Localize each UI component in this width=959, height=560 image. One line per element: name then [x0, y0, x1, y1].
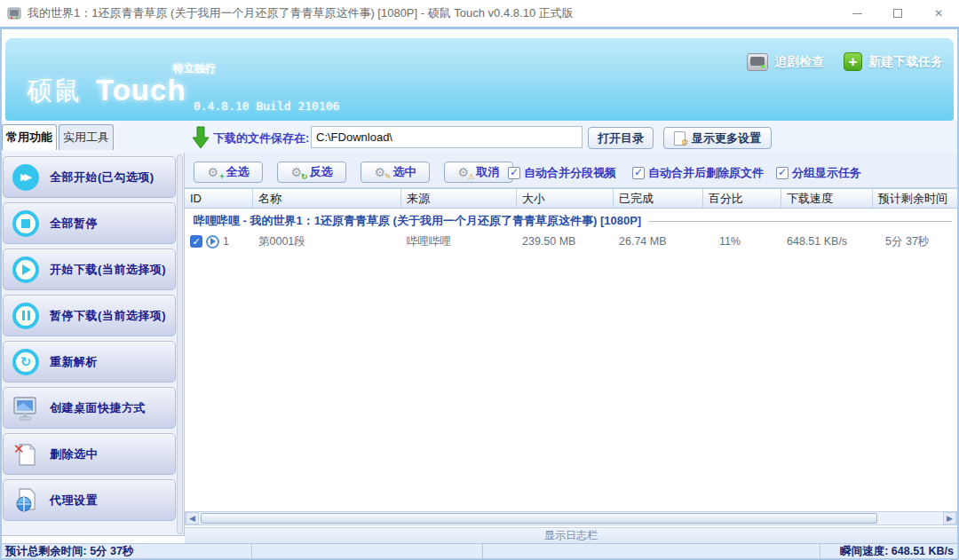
- auto-merge-checkbox[interactable]: 自动合并分段视频: [508, 165, 616, 181]
- select-all-button[interactable]: ⚙+ 全选: [194, 162, 263, 183]
- sidebar-item-delete-selected[interactable]: ✕ 删除选中: [3, 433, 176, 475]
- monitor-icon: [747, 53, 768, 71]
- save-path-label: 下载的文件保存在:: [213, 130, 309, 146]
- tab-common-functions[interactable]: 常用功能: [2, 124, 57, 150]
- more-settings-label: 显示更多设置: [692, 130, 761, 146]
- row-completed: 26.74 MB: [614, 235, 703, 248]
- titlebar: 我的世界1：1还原青青草原 (关于我用一个月还原了青青草原这件事) [1080P…: [0, 0, 959, 27]
- open-directory-button[interactable]: 打开目录: [588, 127, 654, 149]
- row-play-icon[interactable]: [206, 235, 219, 248]
- cancel-selection-label: 取消: [477, 164, 500, 180]
- group-divider-line: [648, 221, 952, 222]
- download-arrow-icon: [192, 126, 210, 149]
- scrollbar-thumb[interactable]: [201, 513, 877, 524]
- gear-warning-icon: ⚙⚠: [458, 165, 472, 179]
- series-check-label: 追剧检查: [774, 54, 824, 70]
- sidebar-item-label: 删除选中: [50, 446, 98, 462]
- horizontal-scrollbar[interactable]: ◀ ▶: [185, 511, 957, 525]
- banner-actions: 追剧检查 + 新建下载任务: [747, 52, 943, 71]
- column-header-remaining[interactable]: 预计剩余时间: [873, 189, 957, 208]
- cancel-selection-button[interactable]: ⚙⚠ 取消: [444, 162, 513, 183]
- status-segment-3: [483, 544, 820, 558]
- group-display-label: 分组显示任务: [792, 165, 861, 181]
- status-instant-speed: 瞬间速度: 648.51 KB/s: [820, 544, 957, 558]
- settings-doc-icon: [674, 131, 687, 145]
- maximize-button[interactable]: [877, 0, 918, 27]
- maximize-icon: [893, 9, 902, 18]
- status-segment-2: [252, 544, 483, 558]
- column-header-speed[interactable]: 下载速度: [781, 189, 873, 208]
- sidebar-item-label: 代理设置: [50, 493, 98, 509]
- window-controls: ✕: [836, 0, 959, 27]
- minimize-icon: [852, 13, 862, 14]
- column-header-percent[interactable]: 百分比: [703, 189, 781, 208]
- sidebar-scrollbar[interactable]: [177, 154, 183, 534]
- plus-icon: +: [844, 52, 862, 71]
- window-title: 我的世界1：1还原青青草原 (关于我用一个月还原了青青草原这件事) [1080P…: [28, 5, 574, 21]
- series-check-button[interactable]: 追剧检查: [747, 53, 824, 71]
- pause-icon: [12, 303, 39, 329]
- invert-selection-label: 反选: [310, 164, 333, 180]
- minimize-button[interactable]: [836, 0, 877, 27]
- auto-merge-label: 自动合并分段视频: [524, 165, 616, 181]
- column-header-completed[interactable]: 已完成: [614, 189, 703, 208]
- gear-pencil-icon: ⚙✎: [375, 165, 389, 179]
- scroll-right-icon[interactable]: ▶: [943, 512, 956, 525]
- column-header-id[interactable]: ID: [185, 189, 253, 208]
- tab-utility-tools[interactable]: 实用工具: [59, 124, 114, 150]
- checkbox-icon: [632, 167, 645, 179]
- invert-selection-button[interactable]: ⚙↻ 反选: [277, 162, 346, 183]
- stop-icon: [12, 210, 39, 237]
- row-remaining: 5分 37秒: [873, 234, 957, 249]
- sidebar-item-create-shortcut[interactable]: 创建桌面快捷方式: [3, 387, 176, 429]
- row-id: 1: [223, 235, 229, 248]
- version-text: 0.4.8.10 Build 210106: [194, 99, 339, 113]
- close-button[interactable]: ✕: [918, 0, 959, 27]
- row-percent: 11%: [703, 235, 781, 248]
- gear-invert-icon: ⚙↻: [291, 165, 305, 179]
- sidebar-item-start-all[interactable]: ▶▶ 全部开始(已勾选项): [3, 156, 176, 198]
- gear-plus-icon: ⚙+: [208, 165, 222, 179]
- desktop-icon: [12, 395, 39, 422]
- sidebar-item-label: 开始下载(当前选择项): [50, 262, 166, 278]
- delete-after-merge-checkbox[interactable]: 自动合并后删除原文件: [632, 165, 764, 181]
- delete-doc-icon: ✕: [12, 441, 39, 468]
- app-icon: [7, 6, 21, 20]
- fast-forward-icon: ▶▶: [12, 164, 39, 191]
- row-id-cell: ✓ 1: [185, 235, 253, 248]
- scroll-left-icon[interactable]: ◀: [186, 512, 199, 525]
- select-checked-label: 选中: [393, 164, 416, 180]
- task-group-row[interactable]: 哔哩哔哩 - 我的世界1：1还原青青草原 (关于我用一个月还原了青青草原这件事)…: [185, 213, 955, 229]
- group-display-checkbox[interactable]: 分组显示任务: [776, 165, 861, 181]
- sidebar-item-start-selected[interactable]: 开始下载(当前选择项): [3, 248, 176, 290]
- select-all-label: 全选: [226, 164, 250, 180]
- new-download-task-button[interactable]: + 新建下载任务: [844, 52, 943, 71]
- more-settings-button[interactable]: 显示更多设置: [663, 127, 772, 149]
- row-checkbox[interactable]: ✓: [190, 235, 202, 248]
- sidebar-item-pause-selected[interactable]: 暂停下载(当前选择项): [3, 295, 176, 336]
- sidebar-item-pause-all[interactable]: 全部暂停: [3, 202, 176, 244]
- show-log-bar-button[interactable]: 显示日志栏: [185, 527, 957, 543]
- delete-after-merge-label: 自动合并后删除原文件: [648, 165, 764, 181]
- sidebar-item-label: 创建桌面快捷方式: [50, 400, 146, 416]
- table-row[interactable]: ✓ 1 第0001段 哔哩哔哩 239.50 MB 26.74 MB 11% 6…: [185, 231, 957, 252]
- sidebar-item-proxy-settings[interactable]: 代理设置: [3, 479, 176, 521]
- select-checked-button[interactable]: ⚙✎ 选中: [361, 162, 430, 183]
- sidebar-item-label: 全部开始(已勾选项): [50, 170, 155, 185]
- sidebar-item-label: 暂停下载(当前选择项): [50, 308, 166, 324]
- column-header-source[interactable]: 来源: [401, 189, 517, 208]
- column-header-size[interactable]: 大小: [517, 189, 614, 208]
- status-bar: 预计总剩余时间: 5分 37秒 瞬间速度: 648.51 KB/s: [2, 543, 957, 558]
- svg-text:✕: ✕: [13, 441, 25, 457]
- refresh-icon: ↻: [12, 349, 39, 375]
- logo-english: Touch: [96, 74, 186, 107]
- checkbox-icon: [508, 167, 520, 179]
- play-icon: [12, 256, 39, 283]
- proxy-globe-icon: [12, 487, 39, 514]
- sidebar-item-reparse[interactable]: ↻ 重新解析: [3, 341, 176, 383]
- row-name: 第0001段: [253, 234, 401, 249]
- task-group-label: 哔哩哔哩 - 我的世界1：1还原青青草原 (关于我用一个月还原了青青草原这件事)…: [194, 213, 641, 229]
- column-header-name[interactable]: 名称: [253, 189, 401, 208]
- status-total-remaining: 预计总剩余时间: 5分 37秒: [2, 544, 252, 558]
- save-path-input[interactable]: [311, 126, 583, 148]
